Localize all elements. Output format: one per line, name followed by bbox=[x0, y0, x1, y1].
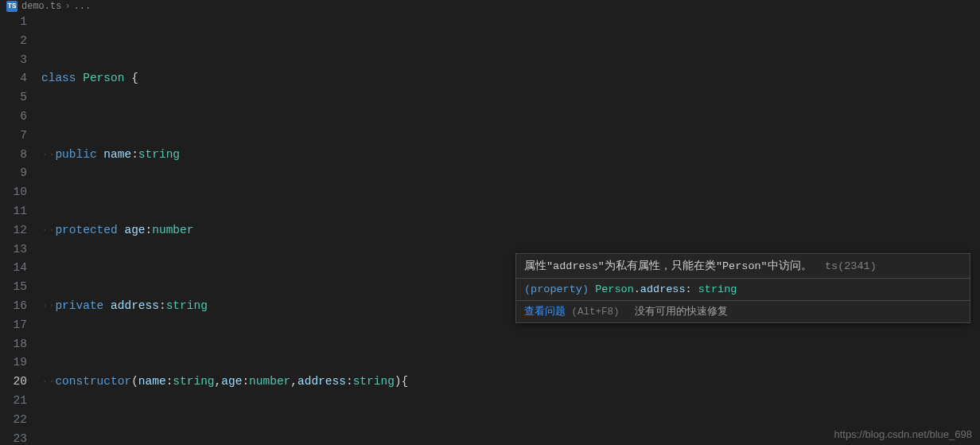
line-number: 5 bbox=[0, 88, 27, 107]
line-number: 14 bbox=[0, 259, 27, 278]
line-number: 6 bbox=[0, 107, 27, 127]
peek-problem-link[interactable]: 查看问题 (Alt+F8) bbox=[524, 306, 625, 318]
line-number: 9 bbox=[0, 164, 27, 183]
chevron-right-icon: › bbox=[64, 1, 70, 12]
line-number: 16 bbox=[0, 297, 27, 316]
line-number: 17 bbox=[0, 316, 27, 335]
breadcrumb-filename[interactable]: demo.ts bbox=[21, 1, 61, 12]
line-number: 18 bbox=[0, 335, 27, 354]
line-number: 22 bbox=[0, 411, 27, 430]
line-number: 4 bbox=[0, 69, 27, 88]
hover-tooltip[interactable]: 属性"address"为私有属性，只能在类"Person"中访问。 ts(234… bbox=[515, 253, 970, 323]
hover-actions: 查看问题 (Alt+F8) 没有可用的快速修复 bbox=[516, 300, 970, 322]
hover-error-message: 属性"address"为私有属性，只能在类"Person"中访问。 ts(234… bbox=[516, 254, 970, 278]
line-number: 11 bbox=[0, 202, 27, 221]
line-number: 3 bbox=[0, 51, 27, 70]
no-quick-fix-label: 没有可用的快速修复 bbox=[635, 306, 728, 318]
line-number: 23 bbox=[0, 430, 27, 445]
line-number: 20 bbox=[0, 373, 27, 392]
line-number: 2 bbox=[0, 32, 27, 51]
code-line[interactable]: class Person { bbox=[41, 69, 980, 88]
typescript-file-icon: TS bbox=[6, 1, 18, 12]
watermark: https://blog.csdn.net/blue_698 bbox=[834, 428, 972, 440]
line-number: 13 bbox=[0, 240, 27, 260]
breadcrumb[interactable]: TS demo.ts › ... bbox=[0, 0, 980, 13]
line-number: 12 bbox=[0, 221, 27, 240]
line-number: 8 bbox=[0, 146, 27, 165]
code-area[interactable]: class Person { ··public name:string ··pr… bbox=[41, 13, 980, 445]
code-editor[interactable]: 1234567891011121314151617181920212223 cl… bbox=[0, 13, 980, 445]
line-number: 1 bbox=[0, 13, 27, 32]
line-number-gutter: 1234567891011121314151617181920212223 bbox=[0, 13, 41, 445]
code-line[interactable]: ··protected age:number bbox=[41, 221, 980, 240]
code-line[interactable]: ··public name:string bbox=[41, 146, 980, 165]
line-number: 21 bbox=[0, 392, 27, 411]
line-number: 15 bbox=[0, 278, 27, 297]
hover-signature: (property) Person.address: string bbox=[516, 278, 970, 300]
breadcrumb-ellipsis[interactable]: ... bbox=[74, 1, 91, 12]
line-number: 7 bbox=[0, 127, 27, 146]
line-number: 19 bbox=[0, 353, 27, 373]
code-line[interactable]: ··constructor(name:string,age:number,add… bbox=[41, 373, 980, 392]
hover-error-code: ts(2341) bbox=[825, 260, 877, 272]
line-number: 10 bbox=[0, 183, 27, 202]
